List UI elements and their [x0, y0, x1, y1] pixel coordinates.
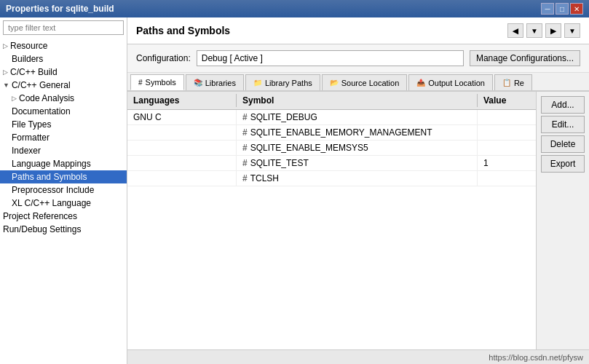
col-header-symbol: Symbol [237, 94, 478, 107]
sidebar-item-project-references[interactable]: Project References [0, 210, 127, 223]
title-bar-buttons: ─ □ ✕ [541, 3, 583, 15]
side-buttons: Add...Edit...DeleteExport [536, 92, 589, 349]
col-header-value: Value [478, 94, 536, 107]
export-button[interactable]: Export [541, 155, 585, 173]
tree-arrow-icon: ▼ [3, 82, 9, 89]
table-row[interactable]: #SQLITE_ENABLE_MEMSYS5 [127, 141, 536, 156]
symbol-text: SQLITE_ENABLE_MEMORY_MANAGEMENT [250, 127, 432, 138]
delete-button[interactable]: Delete [541, 135, 585, 153]
tab-icon: 📤 [416, 79, 425, 87]
edit-button[interactable]: Edit... [541, 116, 585, 133]
tab-icon: 📂 [330, 79, 339, 87]
sidebar-item-label: XL C/C++ Language [12, 198, 91, 208]
table-row[interactable]: #SQLITE_TEST1 [127, 156, 536, 171]
content-header: Paths and Symbols ◀ ▼ ▶ ▼ [127, 17, 589, 44]
sidebar: ▷ResourceBuilders▷C/C++ Build▼C/C++ Gene… [0, 17, 127, 364]
bottom-bar: https://blog.csdn.net/pfysw [127, 349, 589, 364]
sidebar-item-paths-and-symbols[interactable]: Paths and Symbols [0, 170, 127, 183]
tab-library-paths[interactable]: 📁Library Paths [245, 74, 320, 90]
symbol-cell: #TCLSH [237, 171, 478, 186]
value-cell [478, 110, 536, 124]
table-row[interactable]: #TCLSH [127, 171, 536, 186]
symbol-cell: #SQLITE_DEBUG [237, 110, 478, 124]
sidebar-item-label: Formatter [12, 132, 50, 143]
sidebar-item-cpp-build[interactable]: ▷C/C++ Build [0, 66, 127, 79]
sidebar-item-preprocessor-include[interactable]: Preprocessor Include [0, 183, 127, 197]
sidebar-item-builders[interactable]: Builders [0, 52, 127, 66]
config-dropdown[interactable]: Debug [ Active ] [197, 50, 464, 66]
close-button[interactable]: ✕ [570, 3, 583, 15]
sidebar-item-label: File Types [12, 119, 51, 130]
url-text: https://blog.csdn.net/pfysw [489, 353, 583, 362]
content-area: Paths and Symbols ◀ ▼ ▶ ▼ Configuration:… [127, 17, 589, 364]
sidebar-item-label: Run/Debug Settings [3, 224, 81, 234]
add-button[interactable]: Add... [541, 96, 585, 114]
tab-label: Library Paths [265, 79, 312, 87]
symbol-text: SQLITE_TEST [250, 158, 309, 168]
tab-icon: 📋 [502, 79, 511, 87]
value-cell [478, 171, 536, 186]
table-row[interactable]: GNU C#SQLITE_DEBUG [127, 110, 536, 125]
dropdown-nav-button2[interactable]: ▼ [564, 23, 580, 38]
sidebar-item-label: Code Analysis [19, 93, 74, 103]
sidebar-item-xl-cpp[interactable]: XL C/C++ Language [0, 197, 127, 210]
tab-output-location[interactable]: 📤Output Location [408, 74, 493, 90]
sidebar-item-label: Language Mappings [12, 159, 91, 169]
hash-icon: # [242, 158, 248, 168]
tab-re[interactable]: 📋Re [494, 74, 532, 90]
sidebar-item-indexer[interactable]: Indexer [0, 144, 127, 157]
tab-label: Symbols [146, 78, 176, 87]
tree-arrow-icon: ▷ [3, 42, 8, 50]
config-row: Configuration: Debug [ Active ] Manage C… [127, 44, 589, 73]
col-header-languages: Languages [127, 94, 237, 107]
sidebar-item-resource[interactable]: ▷Resource [0, 39, 127, 52]
hash-icon: # [242, 112, 248, 122]
sidebar-item-label: C/C++ Build [10, 67, 58, 77]
value-cell [478, 125, 536, 140]
symbol-text: SQLITE_DEBUG [250, 112, 317, 122]
tree-arrow-icon: ▷ [3, 68, 8, 76]
table-row[interactable]: #SQLITE_ENABLE_MEMORY_MANAGEMENT [127, 125, 536, 141]
sidebar-item-label: Documentation [12, 106, 71, 116]
sidebar-item-documentation[interactable]: Documentation [0, 105, 127, 118]
manage-configurations-button[interactable]: Manage Configurations... [470, 50, 580, 66]
table-main: LanguagesSymbolValue GNU C#SQLITE_DEBUG#… [127, 92, 536, 349]
sidebar-item-formatter[interactable]: Formatter [0, 131, 127, 144]
maximize-button[interactable]: □ [556, 3, 569, 15]
language-cell [127, 125, 237, 140]
back-button[interactable]: ◀ [507, 23, 523, 38]
language-cell [127, 156, 237, 170]
tab-symbols[interactable]: #Symbols [130, 74, 184, 90]
sidebar-item-cpp-general[interactable]: ▼C/C++ General [0, 79, 127, 92]
table-body: GNU C#SQLITE_DEBUG#SQLITE_ENABLE_MEMORY_… [127, 110, 536, 349]
sidebar-item-label: Paths and Symbols [12, 172, 87, 182]
filter-input[interactable] [3, 20, 124, 35]
sidebar-item-label: C/C++ General [12, 80, 71, 90]
symbol-cell: #SQLITE_TEST [237, 156, 478, 170]
language-cell [127, 171, 237, 186]
tab-label: Source Location [341, 79, 400, 87]
language-cell: GNU C [127, 110, 237, 124]
sidebar-item-label: Preprocessor Include [12, 185, 94, 195]
symbol-text: SQLITE_ENABLE_MEMSYS5 [250, 143, 368, 153]
minimize-button[interactable]: ─ [541, 3, 554, 15]
title-bar-text: Properties for sqlite_build [6, 4, 114, 14]
sidebar-item-label: Project References [3, 211, 77, 221]
tab-icon: 📁 [253, 79, 262, 87]
config-label: Configuration: [136, 53, 191, 63]
sidebar-item-label: Resource [10, 41, 47, 51]
tab-label: Output Location [428, 79, 485, 87]
tab-bar: #Symbols📚Libraries📁Library Paths📂Source … [127, 73, 589, 92]
page-title: Paths and Symbols [136, 25, 230, 36]
dropdown-nav-button[interactable]: ▼ [526, 23, 542, 38]
nav-arrows: ◀ ▼ ▶ ▼ [507, 23, 580, 38]
sidebar-item-language-mappings[interactable]: Language Mappings [0, 157, 127, 170]
table-header: LanguagesSymbolValue [127, 92, 536, 110]
tab-source-location[interactable]: 📂Source Location [322, 74, 408, 90]
forward-button[interactable]: ▶ [545, 23, 561, 38]
tab-libraries[interactable]: 📚Libraries [186, 74, 244, 90]
sidebar-item-file-types[interactable]: File Types [0, 118, 127, 131]
sidebar-item-run-debug-settings[interactable]: Run/Debug Settings [0, 223, 127, 236]
sidebar-item-code-analysis[interactable]: ▷Code Analysis [0, 92, 127, 105]
tab-icon: 📚 [194, 79, 202, 87]
